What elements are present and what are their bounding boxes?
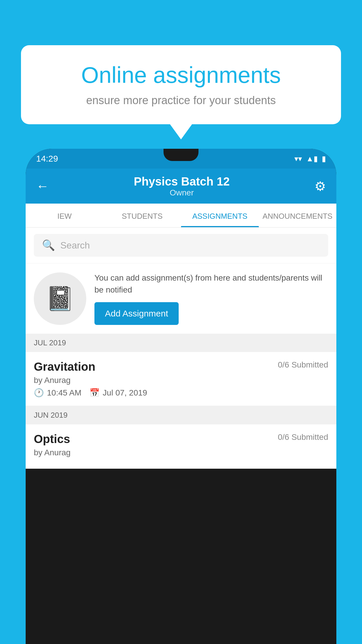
assignment-by-gravitation: by Anurag [34,376,328,385]
phone-mockup: 14:29 ▾▾ ▲▮ ▮ ← Physics Batch 12 Owner ⚙… [26,149,336,644]
tab-iew[interactable]: IEW [26,204,103,227]
settings-icon[interactable]: ⚙ [314,179,326,194]
assignment-by-optics: by Anurag [34,448,328,457]
assignment-time-gravitation: 10:45 AM [47,388,81,398]
section-header-jun: JUN 2019 [26,406,336,424]
header-center: Physics Batch 12 Owner [134,175,230,197]
phone-notch [164,149,198,161]
notebook-icon: 📓 [45,285,75,312]
app-header: ← Physics Batch 12 Owner ⚙ [26,169,336,204]
meta-time: 🕐 10:45 AM [34,388,81,398]
speech-bubble-container: Online assignments ensure more practice … [21,45,341,124]
clock-icon: 🕐 [34,388,44,398]
section-header-jul: JUL 2019 [26,334,336,352]
search-placeholder: Search [60,240,90,251]
tab-bar: IEW STUDENTS ASSIGNMENTS ANNOUNCEMENTS [26,204,336,228]
assignment-name-optics: Optics [34,433,70,446]
assignment-submitted-gravitation: 0/6 Submitted [278,360,328,370]
back-button[interactable]: ← [36,179,49,193]
status-icons: ▾▾ ▲▮ ▮ [294,154,326,163]
promo-text: You can add assignment(s) from here and … [94,272,328,296]
promo-section: 📓 You can add assignment(s) from here an… [26,263,336,334]
search-input-wrapper[interactable]: 🔍 Search [34,234,328,257]
assignment-meta-gravitation: 🕐 10:45 AM 📅 Jul 07, 2019 [34,388,328,398]
tab-students[interactable]: STUDENTS [103,204,181,227]
speech-bubble-subtitle: ensure more practice for your students [41,94,321,107]
header-subtitle: Owner [134,188,230,197]
calendar-icon: 📅 [89,388,100,398]
speech-bubble: Online assignments ensure more practice … [21,45,341,124]
signal-icon: ▲▮ [306,154,318,163]
speech-bubble-title: Online assignments [41,63,321,88]
battery-icon: ▮ [322,154,326,163]
search-icon: 🔍 [42,239,55,251]
header-title: Physics Batch 12 [134,175,230,188]
phone-screen: 🔍 Search 📓 You can add assignment(s) fro… [26,228,336,469]
assignment-submitted-optics: 0/6 Submitted [278,433,328,442]
promo-content: You can add assignment(s) from here and … [94,272,328,325]
assignment-item-gravitation[interactable]: Gravitation 0/6 Submitted by Anurag 🕐 10… [26,352,336,406]
assignment-date-gravitation: Jul 07, 2019 [103,388,147,398]
status-time: 14:29 [36,154,58,164]
tab-announcements[interactable]: ANNOUNCEMENTS [259,204,337,227]
wifi-icon: ▾▾ [294,154,302,163]
assignment-row-top-optics: Optics 0/6 Submitted [34,433,328,446]
assignment-row-top: Gravitation 0/6 Submitted [34,360,328,373]
search-bar: 🔍 Search [26,228,336,263]
promo-icon-circle: 📓 [34,272,86,325]
assignment-item-optics[interactable]: Optics 0/6 Submitted by Anurag [26,424,336,469]
tab-assignments[interactable]: ASSIGNMENTS [181,204,259,227]
meta-date: 📅 Jul 07, 2019 [89,388,147,398]
add-assignment-button[interactable]: Add Assignment [94,302,179,325]
assignment-name-gravitation: Gravitation [34,360,95,373]
